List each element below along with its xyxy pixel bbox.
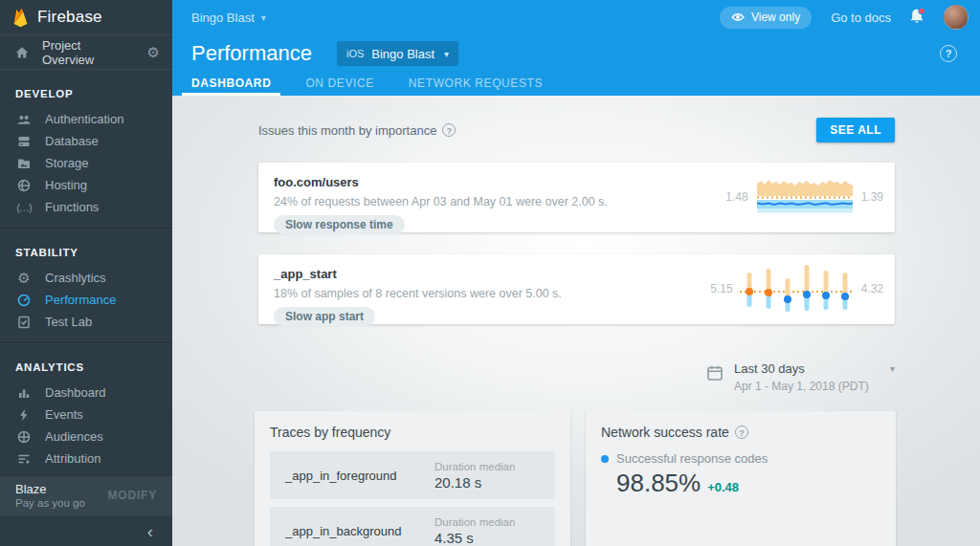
cog-icon: ⚙ <box>15 270 33 287</box>
nav-item-label: Hosting <box>45 178 87 192</box>
sidebar-item-project-overview[interactable]: Project Overview ⚙ <box>0 34 172 70</box>
traces-card-title: Traces by frequency <box>270 425 555 440</box>
trace-name: _app_in_background <box>285 524 434 538</box>
chevron-down-icon: ▾ <box>890 363 895 374</box>
sidebar: Firebase Project Overview ⚙ DEVELOP Auth… <box>0 0 172 546</box>
metric-value: 20.18 s <box>434 474 540 491</box>
legend-dot <box>601 455 609 463</box>
range-bars-chart <box>740 263 855 315</box>
page-title: Performance <box>191 41 312 66</box>
sidebar-item-storage[interactable]: Storage <box>0 152 172 174</box>
speedometer-icon <box>15 293 33 308</box>
sidebar-item-attribution[interactable]: Attribution <box>0 448 172 470</box>
chevron-down-icon: ▾ <box>261 12 266 23</box>
app-selector[interactable]: iOS Bingo Blast ▾ <box>337 41 458 66</box>
nav-item-label: Authentication <box>45 112 123 126</box>
globe-icon <box>15 178 33 193</box>
tab-on-device[interactable]: ON DEVICE <box>296 73 383 96</box>
storage-icon <box>15 156 33 171</box>
notifications-bell-icon[interactable] <box>908 8 929 27</box>
clipboard-check-icon <box>15 315 33 330</box>
trace-row-app-in-foreground[interactable]: _app_in_foreground Duration median 20.18… <box>270 451 555 499</box>
sidebar-item-events[interactable]: Events <box>0 404 172 426</box>
date-range-picker[interactable]: Last 30 days ▾ Apr 1 - May 1, 2018 (PDT) <box>706 361 895 393</box>
firebase-logo[interactable]: Firebase <box>0 0 172 34</box>
sidebar-nav: DEVELOP Authentication Database <box>0 70 172 475</box>
spark-left-value: 1.48 <box>725 190 747 204</box>
nav-item-label: Audiences <box>45 429 103 444</box>
modify-plan-button[interactable]: MODIFY <box>108 489 157 502</box>
go-to-docs-link[interactable]: Go to docs <box>831 11 891 25</box>
project-switcher[interactable]: Bingo Blast ▾ <box>191 11 266 25</box>
sidebar-item-hosting[interactable]: Hosting <box>0 174 172 196</box>
nav-item-label: Performance <box>45 293 116 307</box>
spark-right-value: 1.39 <box>861 190 883 204</box>
topbar: Bingo Blast ▾ View only Go to docs <box>172 0 980 34</box>
tab-bar: DASHBOARD ON DEVICE NETWORK REQUESTS <box>172 73 980 96</box>
sidebar-item-authentication[interactable]: Authentication <box>0 108 172 130</box>
chevron-down-icon: ▾ <box>444 49 449 59</box>
view-only-badge[interactable]: View only <box>720 7 812 29</box>
sidebar-item-test-lab[interactable]: Test Lab <box>0 311 172 333</box>
metric-label: Duration median <box>434 461 540 472</box>
nav-item-label: Database <box>45 134 99 148</box>
section-label: DEVELOP <box>0 82 172 108</box>
home-icon <box>14 45 30 60</box>
sidebar-item-dashboard[interactable]: Dashboard <box>0 382 172 404</box>
network-card-title: Network success rate <box>601 425 729 440</box>
date-range-label: Last 30 days <box>734 361 805 376</box>
people-icon <box>15 112 33 127</box>
issues-title: Issues this month by importance <box>258 123 436 138</box>
tab-network-requests[interactable]: NETWORK REQUESTS <box>399 73 552 96</box>
nav-item-label: Events <box>45 407 83 422</box>
sidebar-item-performance[interactable]: Performance <box>0 289 172 311</box>
sidebar-item-crashlytics[interactable]: ⚙ Crashlytics <box>0 267 172 289</box>
issue-tag-chip[interactable]: Slow response time <box>274 215 405 234</box>
legend-label: Successful response codes <box>616 451 768 466</box>
response-time-sparkline: 1.48 1.39 <box>725 171 883 223</box>
sparkline-chart <box>755 171 855 223</box>
sidebar-collapse-bar: ‹ <box>0 514 172 546</box>
see-all-button[interactable]: SEE ALL <box>816 118 895 142</box>
section-label: STABILITY <box>0 241 172 267</box>
help-icon[interactable]: ? <box>735 426 748 439</box>
app-start-version-chart: 5.15 <box>710 263 883 315</box>
spark-right-value: 4.32 <box>861 282 883 295</box>
nav-item-label: Dashboard <box>45 385 106 400</box>
spark-left-value: 5.15 <box>710 282 732 295</box>
nav-section-develop: DEVELOP Authentication Database <box>0 70 172 228</box>
globe-grid-icon <box>15 429 33 445</box>
sidebar-item-database[interactable]: Database <box>0 130 172 152</box>
trace-row-app-in-background[interactable]: _app_in_background Duration median 4.35 … <box>270 507 555 546</box>
sidebar-item-functions[interactable]: (…) Functions <box>0 196 172 218</box>
lightning-icon <box>15 407 33 423</box>
issue-card-foo-com-users[interactable]: foo.com/users 24% of requests between Ap… <box>258 163 895 232</box>
firebase-console: Firebase Project Overview ⚙ DEVELOP Auth… <box>0 0 980 546</box>
collapse-sidebar-icon[interactable]: ‹ <box>147 522 153 540</box>
main-area: Bingo Blast ▾ View only Go to docs <box>172 0 980 546</box>
brand-name: Firebase <box>37 8 102 27</box>
help-icon[interactable]: ? <box>442 123 456 137</box>
user-avatar[interactable] <box>944 5 969 30</box>
issue-card-app-start[interactable]: _app_start 18% of samples of 8 recent ve… <box>258 254 895 324</box>
success-rate-value: 98.85% <box>616 469 701 498</box>
billing-plan-row: Blaze Pay as you go MODIFY <box>0 475 172 514</box>
issue-tag-chip[interactable]: Slow app start <box>274 307 375 326</box>
plan-description: Pay as you go <box>15 497 108 509</box>
eye-icon <box>731 12 745 22</box>
trace-name: _app_in_foreground <box>285 469 434 483</box>
metric-label: Duration median <box>434 516 540 528</box>
page-header: Performance iOS Bingo Blast ▾ ? <box>172 34 980 73</box>
database-icon <box>15 134 33 149</box>
success-rate-delta: +0.48 <box>707 480 739 494</box>
project-settings-gear-icon[interactable]: ⚙ <box>147 44 172 61</box>
issues-section: Issues this month by importance ? SEE AL… <box>258 117 895 324</box>
calendar-icon <box>706 361 724 393</box>
dashboard-content: Issues this month by importance ? SEE AL… <box>172 96 980 546</box>
bar-chart-icon <box>15 385 33 401</box>
metric-value: 4.35 s <box>434 530 540 546</box>
help-icon[interactable]: ? <box>940 45 957 62</box>
nav-item-label: Storage <box>45 156 89 170</box>
sidebar-item-audiences[interactable]: Audiences <box>0 426 172 448</box>
tab-dashboard[interactable]: DASHBOARD <box>182 73 280 96</box>
